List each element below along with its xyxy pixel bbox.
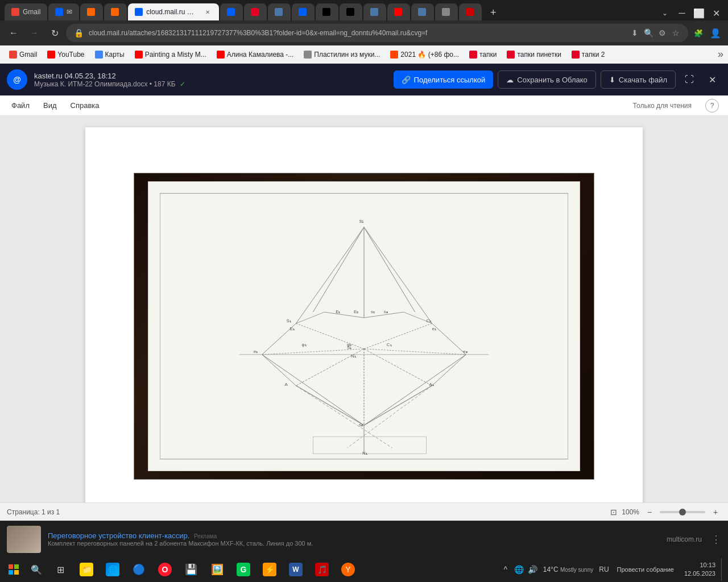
bookmark-plastilin[interactable]: Пластилин из муки... — [299, 48, 384, 61]
app-button-4[interactable]: ⚡ — [257, 558, 282, 581]
edge-icon: 🌐 — [106, 563, 119, 576]
tab-active[interactable]: cloud.mail.ru — документ ✕ — [128, 3, 219, 20]
back-button[interactable]: ← — [5, 24, 23, 42]
tab-gmail[interactable]: Gmail — [5, 3, 47, 20]
fullscreen-button[interactable]: ⛶ — [680, 70, 698, 89]
app-button-5[interactable]: 🎵 — [309, 558, 334, 581]
lock-icon: 🔒 — [73, 27, 84, 39]
help-button[interactable]: ? — [705, 99, 719, 113]
svg-line-22 — [364, 355, 466, 426]
tab-mail1[interactable]: ✉ — [48, 3, 79, 20]
app-button-1[interactable]: 💾 — [179, 558, 204, 581]
app-button-6[interactable]: Y — [336, 558, 361, 581]
zoom-slider[interactable] — [660, 511, 705, 513]
tapki-pinetki-favicon — [507, 51, 515, 59]
svg-text:E₁: E₁ — [336, 309, 340, 314]
viewer-close-button[interactable]: ✕ — [703, 70, 721, 89]
svg-line-21 — [262, 355, 364, 426]
tab-6[interactable] — [220, 3, 243, 20]
tab-16[interactable] — [459, 3, 482, 20]
tab-15[interactable] — [435, 3, 458, 20]
tune-icon[interactable]: ⚙ — [656, 27, 668, 39]
tray-network-icon[interactable]: 🌐 — [514, 564, 525, 575]
tab-13[interactable] — [387, 3, 410, 20]
tab-4[interactable] — [104, 3, 127, 20]
bookmark-gmail[interactable]: Gmail — [5, 48, 42, 61]
tab-11[interactable] — [340, 3, 362, 20]
new-tab-button[interactable]: + — [485, 5, 501, 20]
maximize-button[interactable]: ⬜ — [692, 6, 706, 20]
tab-bar: Gmail ✉ cloud.mail.ru — документ ✕ — [0, 0, 728, 20]
bookmark-youtube[interactable]: YouTube — [43, 48, 89, 61]
tab-title-active: cloud.mail.ru — документ — [146, 8, 200, 16]
ad-title[interactable]: Переговорное устройство клиент-кассир. — [48, 531, 189, 540]
tab-close-button[interactable]: ✕ — [203, 7, 212, 16]
show-desktop-button[interactable] — [721, 558, 726, 581]
tray-sound-icon[interactable]: 🔊 — [527, 564, 539, 575]
bookmark-alina[interactable]: Алина Камалиева -... — [212, 48, 299, 61]
profile-icon[interactable]: 👤 — [708, 25, 723, 41]
search-icon[interactable]: 🔍 — [643, 27, 654, 39]
svg-line-18 — [432, 355, 466, 386]
tab-14[interactable] — [411, 3, 434, 20]
ad-domain[interactable]: multicom.ru — [667, 535, 702, 543]
system-clock[interactable]: 10:13 12.05.2023 — [680, 561, 720, 579]
language-indicator[interactable]: RU — [597, 566, 611, 573]
bookmark-tapki2[interactable]: тапки 2 — [567, 48, 610, 61]
file-explorer-button[interactable]: 📁 — [74, 558, 99, 581]
share-link-button[interactable]: 🔗 Поделиться ссылкой — [394, 70, 494, 89]
menu-help[interactable]: Справка — [68, 99, 102, 112]
bookmarks-more-icon[interactable]: » — [718, 48, 723, 60]
forward-button[interactable]: → — [25, 24, 43, 42]
zoom-in-button[interactable]: + — [710, 506, 721, 518]
menu-view[interactable]: Вид — [41, 99, 59, 112]
bookmark-painting[interactable]: Painting a Misty M... — [130, 48, 211, 61]
extension-puzzle-icon[interactable]: 🧩 — [690, 25, 706, 41]
opera-browser-button[interactable]: O — [152, 558, 177, 581]
zoom-out-button[interactable]: − — [644, 506, 655, 518]
bookmark-tapki-pinetki[interactable]: тапки пинетки — [502, 48, 565, 61]
svg-text:A: A — [285, 382, 288, 387]
notification-button[interactable]: Провести собрание — [613, 566, 679, 573]
address-bar[interactable]: 🔒 cloud.mail.ru/attaches/168321317111219… — [66, 24, 688, 42]
tab-9[interactable] — [292, 3, 315, 20]
tray-chevron[interactable]: ^ — [500, 564, 511, 575]
close-button[interactable]: ✕ — [709, 6, 723, 20]
taskbar: 🔍 ⊞ 📁 🌐 🔵 O 💾 🖼️ G ⚡ — [0, 557, 728, 582]
save-to-cloud-button[interactable]: ☁ Сохранить в Облако — [498, 70, 596, 89]
ad-thumbnail — [7, 526, 41, 553]
bookmark-maps[interactable]: Карты — [90, 48, 129, 61]
menu-file[interactable]: Файл — [9, 99, 32, 112]
app-button-word[interactable]: W — [283, 558, 308, 581]
taskbar-search-button[interactable]: 🔍 — [26, 559, 47, 580]
tab-10[interactable] — [316, 3, 338, 20]
app-button-2[interactable]: 🖼️ — [205, 558, 230, 581]
start-button[interactable] — [2, 558, 25, 581]
tab-favicon — [299, 8, 307, 16]
tab-favicon — [466, 8, 474, 16]
app-button-3[interactable]: G — [231, 558, 256, 581]
download-file-button[interactable]: ⬇ Скачать файл — [601, 70, 676, 89]
ad-more-button[interactable]: ⋮ — [711, 533, 721, 546]
bookmark-star-icon[interactable]: ☆ — [670, 27, 681, 39]
tapki2-favicon — [572, 51, 580, 59]
task-view-button[interactable]: ⊞ — [48, 558, 73, 581]
tab-list-button[interactable]: ⌄ — [657, 6, 672, 20]
reload-button[interactable]: ↻ — [46, 24, 64, 42]
edge-browser-button[interactable]: 🌐 — [100, 558, 125, 581]
bookmark-2021[interactable]: 2021 🔥 (+86 фо... — [386, 48, 464, 61]
svg-text:e₃: e₃ — [463, 349, 467, 354]
download-page-icon[interactable]: ⬇ — [629, 27, 640, 39]
bookmark-tapki[interactable]: тапки — [465, 48, 502, 61]
tab-12[interactable] — [363, 3, 386, 20]
svg-line-20 — [364, 386, 432, 426]
tab-7[interactable] — [244, 3, 267, 20]
svg-text:C₁: C₁ — [387, 342, 392, 347]
tab-3[interactable] — [80, 3, 103, 20]
weather-temperature[interactable]: 14°C Mostly sunny — [541, 566, 596, 573]
tab-8[interactable] — [268, 3, 291, 20]
chrome-browser-button[interactable]: 🔵 — [126, 558, 151, 581]
drawing-paper: s₁ E₁ E₂ s₂ s₃ S₁ E₁ φ₁ φ₂ C₁ C₂ e₁ — [148, 181, 580, 471]
minimize-button[interactable]: ─ — [675, 6, 689, 20]
tab-favicon — [275, 8, 283, 16]
